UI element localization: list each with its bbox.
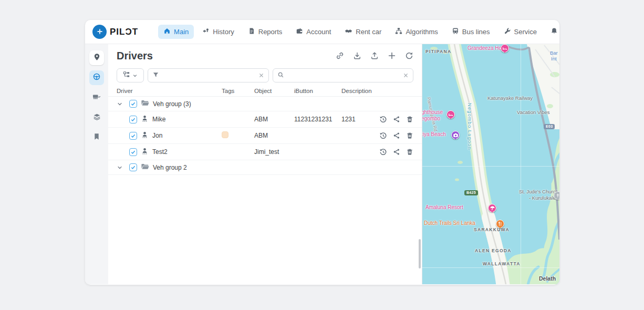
map-label-water: Negombo Lagoon	[467, 103, 473, 150]
share-icon[interactable]	[393, 116, 400, 123]
row-checkbox[interactable]	[129, 148, 137, 156]
nav-bus-lines[interactable]: Bus lines	[446, 25, 495, 39]
table-row[interactable]: Jon ABM	[108, 128, 422, 144]
map-label-poi: Dutch Trails Sri Lanka	[424, 220, 475, 226]
layers-icon	[93, 113, 101, 123]
chevron-down-icon	[132, 71, 138, 80]
clear-filter-icon[interactable]	[258, 71, 264, 80]
nav-events[interactable]: Events	[545, 25, 559, 39]
history-icon[interactable]	[379, 132, 387, 140]
expander-icon[interactable]	[117, 101, 126, 107]
bookmark-icon	[93, 133, 100, 142]
page-title: Drivers	[117, 50, 153, 62]
home-icon	[163, 27, 171, 36]
clear-search-icon[interactable]	[403, 71, 409, 80]
cell-tags	[222, 131, 254, 140]
filter-input[interactable]	[162, 72, 256, 79]
history-route-icon	[202, 27, 210, 36]
hotel-marker-icon[interactable]	[446, 110, 455, 119]
funnel-icon	[152, 71, 159, 80]
cell-description: 1231	[341, 116, 377, 123]
tree-icon	[123, 71, 130, 80]
table-header: Driver Tags Object iButton Description	[108, 87, 422, 97]
map-tile-seam	[422, 166, 559, 167]
group-label: Veh group (3)	[153, 100, 191, 108]
delete-icon[interactable]	[406, 116, 413, 123]
group-row[interactable]: Veh group 2	[108, 160, 422, 175]
map-label-poi: egombo	[422, 116, 440, 121]
delete-icon[interactable]	[406, 132, 413, 140]
history-icon[interactable]	[379, 116, 387, 123]
tool-drivers[interactable]	[89, 70, 104, 85]
map-view[interactable]: PITIPANA Grandeeza Hotel Bar Int Pamunug…	[422, 44, 559, 284]
cell-object: ABM	[254, 132, 294, 139]
col-driver: Driver	[117, 88, 222, 94]
scrollbar-thumb[interactable]	[419, 239, 421, 268]
drivers-panel: Drivers	[108, 44, 422, 284]
add-button[interactable]	[388, 51, 396, 60]
app-window: PILƆT Main History Reports Account Rent …	[85, 20, 559, 285]
group-row[interactable]: Veh group (3)	[108, 97, 422, 111]
map-label-area: WALLAWATTA	[483, 261, 521, 266]
nav-main[interactable]: Main	[158, 25, 194, 39]
road-shield-b425: B425	[464, 190, 478, 195]
row-checkbox[interactable]	[129, 116, 137, 123]
wallet-icon	[296, 27, 303, 36]
download-button[interactable]	[353, 51, 361, 60]
map-pin-icon	[93, 53, 101, 63]
hotel-marker-icon[interactable]	[501, 44, 509, 53]
restaurant-marker-icon[interactable]	[496, 220, 504, 228]
map-label-area: SARAKKUWA	[474, 227, 510, 232]
tree-view-dropdown[interactable]	[117, 68, 144, 82]
col-description: Description	[341, 88, 377, 94]
map-tile-seam	[521, 44, 521, 284]
wrench-icon	[504, 27, 511, 36]
sitemap-icon	[395, 27, 402, 36]
tag-chip[interactable]	[222, 131, 228, 138]
trailer-icon	[92, 92, 101, 103]
folder-icon	[141, 99, 149, 109]
bell-icon	[550, 27, 558, 36]
group-checkbox[interactable]	[129, 163, 137, 171]
map-tile-seam	[422, 267, 559, 268]
group-checkbox[interactable]	[129, 100, 137, 108]
table-row[interactable]: Test2 Jimi_test	[108, 144, 422, 160]
bus-icon	[452, 27, 459, 36]
share-icon[interactable]	[393, 148, 400, 156]
upload-button[interactable]	[370, 51, 379, 60]
steering-wheel-icon	[92, 73, 101, 83]
link-button[interactable]	[336, 51, 344, 60]
refresh-button[interactable]	[405, 51, 413, 60]
nav-history[interactable]: History	[197, 25, 239, 39]
map-label-poi: St. Jude's Church	[519, 189, 558, 194]
share-icon[interactable]	[393, 132, 400, 140]
tool-map-pin[interactable]	[89, 50, 104, 65]
delete-icon[interactable]	[406, 148, 413, 156]
driver-icon	[141, 115, 149, 124]
nav-account[interactable]: Account	[290, 25, 336, 39]
map-label-poi: ghthouse	[422, 109, 443, 115]
search-icon	[277, 71, 284, 80]
nav-service[interactable]: Service	[498, 25, 542, 39]
report-icon	[248, 27, 255, 36]
map-label-poi: Int	[551, 56, 557, 61]
tool-layers[interactable]	[89, 110, 104, 125]
church-marker-icon[interactable]	[554, 191, 559, 200]
history-icon[interactable]	[379, 148, 387, 156]
brand-logo[interactable]: PILƆT	[92, 25, 138, 39]
map-label-poi: tiya Beach	[422, 131, 446, 137]
nav-rent-car[interactable]: Rent car	[339, 25, 387, 39]
resort-marker-icon[interactable]	[488, 204, 496, 212]
road-shield-e03: E03	[544, 124, 555, 129]
tool-bookmarks[interactable]	[89, 130, 104, 145]
tool-trailers[interactable]	[89, 90, 104, 105]
nav-reports[interactable]: Reports	[243, 25, 288, 39]
table-row[interactable]: Mike ABM 11231231231 1231	[108, 111, 422, 128]
row-checkbox[interactable]	[129, 132, 137, 140]
camera-marker-icon[interactable]	[451, 131, 460, 139]
map-label-poi: - Kurulukale	[529, 195, 556, 201]
driver-name: Mike	[152, 116, 165, 123]
search-input[interactable]	[287, 72, 400, 79]
expander-icon[interactable]	[117, 164, 126, 171]
nav-algorithms[interactable]: Algorithms	[390, 25, 443, 39]
